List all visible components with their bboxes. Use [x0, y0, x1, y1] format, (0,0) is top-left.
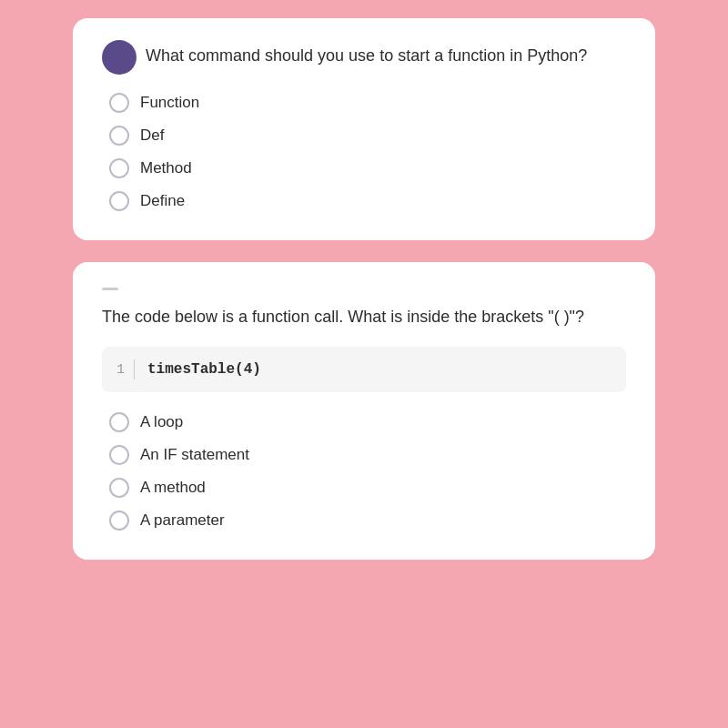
avatar — [102, 40, 136, 75]
radio-2b[interactable] — [109, 445, 129, 465]
radio-1d[interactable] — [109, 191, 129, 211]
option-2d-label: A parameter — [140, 511, 225, 530]
options-list-2: A loop An IF statement A method A parame… — [102, 412, 626, 531]
option-2c-label: A method — [140, 479, 206, 497]
option-1b[interactable]: Def — [109, 126, 626, 146]
option-2b[interactable]: An IF statement — [109, 445, 626, 465]
option-1c-label: Method — [140, 159, 192, 177]
code-block: 1 timesTable(4) — [102, 347, 626, 392]
options-list-1: Function Def Method Define — [102, 93, 626, 211]
option-1a[interactable]: Function — [109, 93, 626, 113]
line-separator — [134, 359, 135, 379]
question-1-text: What command should you use to start a f… — [146, 44, 587, 67]
option-2d[interactable]: A parameter — [109, 511, 626, 531]
radio-2d[interactable] — [109, 511, 129, 531]
option-1d-label: Define — [140, 192, 185, 210]
option-1c[interactable]: Method — [109, 158, 626, 178]
option-2c[interactable]: A method — [109, 478, 626, 498]
question-card-1: What command should you use to start a f… — [73, 18, 655, 240]
card2-indicator — [102, 288, 118, 290]
radio-2a[interactable] — [109, 412, 129, 432]
card1-header: What command should you use to start a f… — [102, 44, 626, 75]
code-content: timesTable(4) — [147, 361, 261, 378]
option-1b-label: Def — [140, 126, 164, 145]
radio-1b[interactable] — [109, 126, 129, 146]
question-2-text: The code below is a function call. What … — [102, 305, 626, 329]
option-2b-label: An IF statement — [140, 446, 249, 464]
option-1d[interactable]: Define — [109, 191, 626, 211]
radio-1c[interactable] — [109, 158, 129, 178]
radio-2c[interactable] — [109, 478, 129, 498]
line-number: 1 — [116, 362, 125, 378]
question-card-2: The code below is a function call. What … — [73, 262, 655, 560]
option-1a-label: Function — [140, 94, 199, 112]
option-2a-label: A loop — [140, 413, 183, 431]
option-2a[interactable]: A loop — [109, 412, 626, 432]
radio-1a[interactable] — [109, 93, 129, 113]
